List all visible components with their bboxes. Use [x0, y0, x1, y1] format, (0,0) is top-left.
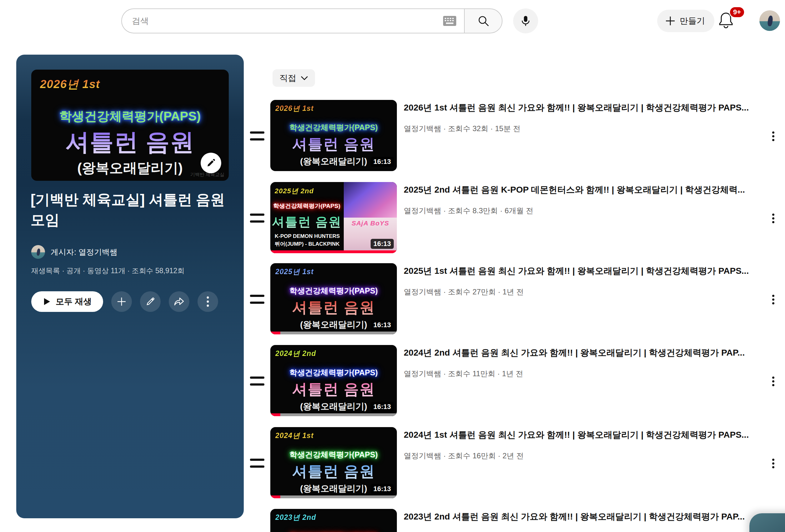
thumb-line1-text: 학생건강체력평가(PAPS) — [270, 286, 397, 296]
search-bar — [121, 8, 503, 33]
owner-avatar — [31, 245, 45, 259]
watch-progress-fill — [270, 250, 397, 253]
video-title[interactable]: 2024년 2nd 셔틀런 음원 최신 가요와 함께!! | 왕복오래달리기 |… — [404, 347, 763, 359]
watch-progress-fill — [270, 331, 280, 335]
video-meta: 열정기백쌤 · 조회수 16만회 · 2년 전 — [404, 451, 763, 461]
edit-button[interactable] — [140, 291, 161, 312]
drag-handle[interactable] — [250, 295, 264, 309]
video-meta: 열정기백쌤 · 조회수 11만회 · 1년 전 — [404, 369, 763, 379]
pencil-icon — [146, 297, 155, 306]
create-button-label: 만들기 — [680, 15, 705, 27]
notification-bell[interactable]: 9+ — [717, 11, 739, 31]
playlist-panel: 2026년 1st 학생건강체력평가(PAPS) 셔틀런 음원 (왕복오래달리기… — [16, 55, 244, 518]
watch-progress-fill — [270, 496, 280, 498]
floating-widget-corner[interactable] — [750, 513, 785, 532]
thumb-line1-text: 학생건강체력평가(PAPS) — [270, 368, 397, 378]
video-thumbnail[interactable]: 2024년 2nd 학생건강체력평가(PAPS) 셔틀런 음원 (왕복오래달리기… — [270, 345, 397, 416]
kebab-icon — [207, 296, 209, 307]
drag-handle[interactable] — [250, 459, 264, 472]
saja-boys-text: SAjA BoYS — [344, 219, 397, 227]
notification-badge: 9+ — [729, 6, 745, 18]
play-all-button[interactable]: 모두 재생 — [31, 291, 103, 312]
thumb-line2-text: 셔틀런 음원 — [270, 297, 397, 318]
playlist-thumbnail[interactable]: 2026년 1st 학생건강체력평가(PAPS) 셔틀런 음원 (왕복오래달리기… — [31, 70, 229, 181]
video-menu-button[interactable] — [766, 209, 781, 228]
duration-badge: 16:13 — [371, 157, 394, 167]
video-title[interactable]: 2025년 1st 셔틀런 음원 최신 가요와 함께!! | 왕복오래달리기 |… — [404, 265, 763, 277]
share-button[interactable] — [169, 291, 189, 312]
edit-thumbnail-button[interactable] — [201, 153, 221, 173]
duration-badge: 16:13 — [371, 320, 394, 330]
video-thumbnail[interactable]: 2025년 2nd 학생건강체력평가(PAPS) 셔틀런 음원 K-POP DE… — [270, 182, 397, 253]
video-title[interactable]: 2025년 2nd 셔틀런 음원 K-POP 데몬헌터스와 함께!! | 왕복오… — [404, 184, 763, 196]
search-input[interactable] — [132, 16, 443, 26]
plus-icon — [117, 297, 127, 307]
video-thumbnail[interactable]: 2024년 1st 학생건강체력평가(PAPS) 셔틀런 음원 (왕복오래달리기… — [270, 427, 397, 498]
search-icon — [477, 15, 490, 27]
drag-handle[interactable] — [250, 214, 264, 227]
more-button[interactable] — [198, 291, 218, 312]
search-button[interactable] — [464, 8, 503, 33]
playlist-title: [기백반 체육교실] 셔틀런 음원 모임 — [31, 189, 231, 231]
video-meta: 열정기백쌤 · 조회수 8.3만회 · 6개월 전 — [404, 206, 763, 216]
thumb-year-text: 2023년 2nd — [275, 513, 316, 522]
video-row: 2026년 1st 학생건강체력평가(PAPS) 셔틀런 음원 (왕복오래달리기… — [247, 100, 785, 172]
video-row: 2024년 1st 학생건강체력평가(PAPS) 셔틀런 음원 (왕복오래달리기… — [247, 427, 785, 500]
pencil-icon — [206, 158, 216, 168]
thumb-line1-text: 학생건강체력평가(PAPS) — [31, 108, 229, 125]
thumb-line2-text: 셔틀런 음원 — [31, 127, 229, 159]
thumb-line1-text: 학생건강체력평가(PAPS) — [270, 123, 397, 133]
search-box[interactable] — [121, 8, 464, 33]
thumb-line2-text: 셔틀런 음원 — [270, 134, 397, 154]
video-thumbnail[interactable]: 2023년 2nd 학생건강체력평가(PAPS) 셔틀런 음원 (왕복오래달리기… — [270, 509, 397, 532]
video-menu-button[interactable] — [766, 454, 781, 473]
playlist-actions: 모두 재생 — [31, 291, 218, 312]
plus-icon — [665, 15, 676, 27]
video-meta: 열정기백쌤 · 조회수 32회 · 15분 전 — [404, 124, 763, 134]
create-button[interactable]: 만들기 — [657, 10, 714, 32]
thumb-line2-text: 셔틀런 음원 — [270, 379, 397, 399]
thumb-line1-text: 학생건강체력평가(PAPS) — [270, 450, 397, 460]
video-title[interactable]: 2026년 1st 셔틀런 음원 최신 가요와 함께!! | 왕복오래달리기 |… — [404, 102, 763, 114]
thumb-year-text: 2026년 1st — [40, 77, 100, 92]
play-all-label: 모두 재생 — [56, 296, 92, 307]
watch-progress-track — [270, 331, 397, 335]
video-thumbnail[interactable]: 2026년 1st 학생건강체력평가(PAPS) 셔틀런 음원 (왕복오래달리기… — [270, 100, 397, 171]
sort-label: 직접 — [279, 73, 296, 84]
thumb-year-text: 2026년 1st — [275, 104, 314, 113]
kpop-girls-image — [344, 182, 397, 218]
owner-label: 게시자: 열정기백쌤 — [51, 247, 118, 257]
thumb-line1-text: 학생건강체력평가(PAPS) — [270, 202, 343, 210]
keyboard-icon[interactable] — [443, 16, 457, 26]
thumb-kpop-line1: K-POP DEMON HUNTERS — [275, 233, 340, 239]
thumb-year-text: 2024년 1st — [275, 431, 314, 441]
video-thumbnail[interactable]: 2025년 1st 학생건강체력평가(PAPS) 셔틀런 음원 (왕복오래달리기… — [270, 263, 397, 335]
watch-progress-track — [270, 250, 397, 253]
thumb-line2-text: 셔틀런 음원 — [270, 461, 397, 481]
video-menu-button[interactable] — [766, 127, 781, 145]
sort-button[interactable]: 직접 — [273, 69, 315, 87]
thumb-year-text: 2025년 1st — [275, 267, 314, 276]
watch-progress-track — [270, 496, 397, 498]
duration-badge: 16:13 — [371, 484, 394, 494]
avatar-figure — [767, 15, 773, 27]
video-menu-button[interactable] — [766, 290, 781, 309]
thumb-year-text: 2025년 2nd — [275, 186, 314, 196]
video-menu-button[interactable] — [766, 372, 781, 391]
playlist-owner[interactable]: 게시자: 열정기백쌤 — [31, 245, 118, 259]
mic-button[interactable] — [513, 8, 538, 33]
video-title[interactable]: 2024년 1st 셔틀런 음원 최신 가요와 함께!! | 왕복오래달리기 |… — [404, 429, 763, 441]
video-row: 2025년 1st 학생건강체력평가(PAPS) 셔틀런 음원 (왕복오래달리기… — [247, 263, 785, 336]
play-icon — [43, 297, 51, 305]
add-button[interactable] — [111, 291, 132, 312]
user-avatar[interactable] — [759, 10, 780, 31]
video-row: 2023년 2nd 학생건강체력평가(PAPS) 셔틀런 음원 (왕복오래달리기… — [247, 509, 785, 532]
duration-badge: 16:13 — [371, 402, 394, 412]
top-header: 만들기 9+ — [0, 0, 785, 42]
duration-badge: 16:13 — [371, 239, 394, 249]
drag-handle[interactable] — [250, 131, 264, 145]
drag-handle[interactable] — [250, 376, 264, 390]
video-title[interactable]: 2023년 2nd 셔틀런 음원 최신 가요와 함께!! | 왕복오래달리기 |… — [404, 511, 763, 523]
chevron-down-icon — [301, 76, 308, 81]
video-meta: 열정기백쌤 · 조회수 27만회 · 1년 전 — [404, 287, 763, 297]
